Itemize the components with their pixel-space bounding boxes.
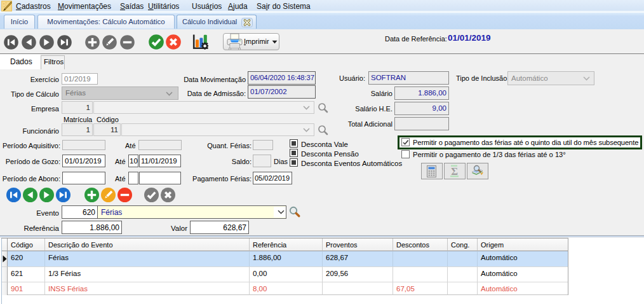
svg-text:Σ: Σ (451, 165, 458, 177)
